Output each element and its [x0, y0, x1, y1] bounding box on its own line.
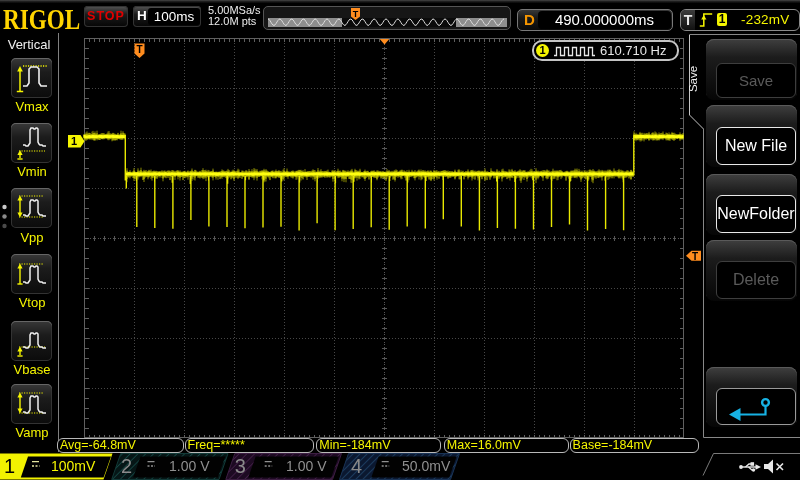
svg-text:3: 3 [235, 455, 246, 477]
svg-text:1.00 V: 1.00 V [286, 458, 327, 474]
svg-text:T: T [692, 251, 698, 262]
svg-text:2: 2 [121, 455, 132, 477]
svg-text:T: T [136, 44, 142, 55]
svg-text:1: 1 [71, 135, 77, 147]
svg-text:Save: Save [687, 66, 699, 92]
svg-text:1.00 V: 1.00 V [169, 458, 210, 474]
svg-text:T: T [353, 9, 359, 19]
svg-text:4: 4 [351, 455, 362, 477]
svg-text:1: 1 [4, 455, 15, 477]
svg-text:50.0mV: 50.0mV [402, 458, 451, 474]
svg-text:100mV: 100mV [51, 458, 96, 474]
